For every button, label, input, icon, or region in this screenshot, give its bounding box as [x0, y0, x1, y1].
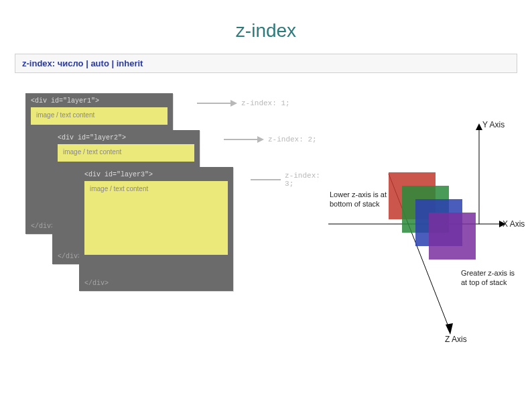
layer2-close-tag: </div> [58, 253, 82, 260]
arrow-1: z-index: 1; [197, 99, 290, 108]
layer2-content: image / text content [58, 144, 194, 162]
z-axis-label: Z Axis [445, 335, 467, 344]
layer-card-3: <div id="layer3"> image / text content <… [79, 167, 233, 291]
layer1-content: image / text content [31, 107, 168, 125]
note-lower-z: Lower z-axis is at bottom of stack [330, 190, 390, 209]
layer1-close-tag: </div> [31, 223, 55, 230]
svg-marker-1 [230, 100, 237, 107]
arrow-icon [251, 175, 281, 184]
arrow-icon [197, 99, 237, 108]
svg-marker-11 [446, 323, 453, 335]
layer3-open-tag: <div id="layer3"> [84, 171, 228, 178]
layer3-close-tag: </div> [84, 280, 109, 287]
arrow-icon [224, 135, 264, 144]
arrow-1-label: z-index: 1; [241, 99, 290, 107]
layer2-open-tag: <div id="layer2"> [58, 134, 194, 141]
page-title: z-index [0, 0, 532, 54]
svg-marker-9 [476, 123, 482, 130]
square-purple [429, 213, 476, 260]
svg-marker-3 [257, 136, 264, 143]
diagrams-area: <div id="layer1"> image / text content <… [0, 93, 532, 382]
arrow-2: z-index: 2; [224, 135, 317, 144]
x-axis-label: X Axis [503, 219, 525, 229]
layers-diagram: <div id="layer1"> image / text content <… [25, 93, 320, 308]
y-axis-label: Y Axis [482, 120, 505, 129]
layer1-open-tag: <div id="layer1"> [31, 97, 168, 105]
layer3-content: image / text content [84, 181, 228, 255]
axis-diagram: Y Axis X Axis Z Axis Lower z-axis is at … [308, 120, 523, 361]
note-greater-z: Greater z-axis is at top of stack [461, 269, 521, 288]
syntax-box: z-index: число | auto | inherit [15, 54, 517, 73]
